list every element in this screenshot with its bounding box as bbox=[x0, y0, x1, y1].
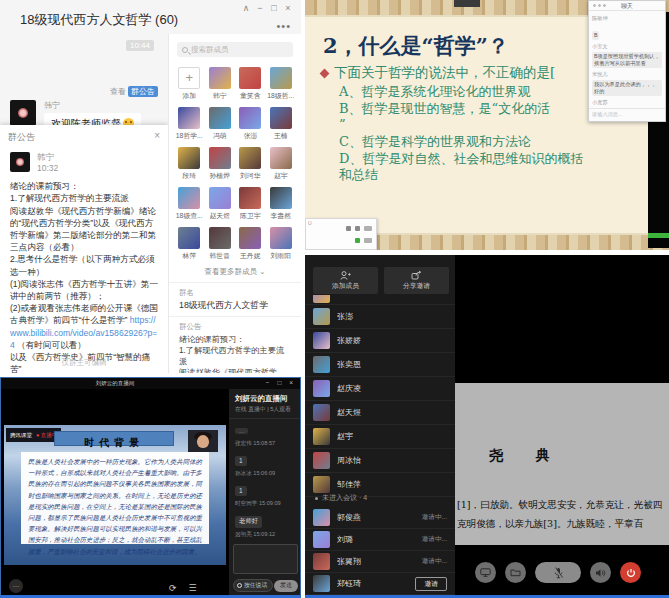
pending-participant-row[interactable]: 郑钰琦邀请 bbox=[305, 573, 455, 595]
more-icon[interactable] bbox=[364, 226, 372, 231]
member-cell[interactable]: 王丹妮 bbox=[236, 227, 265, 261]
end-call-button[interactable] bbox=[620, 562, 641, 583]
member-avatar bbox=[270, 147, 292, 169]
close-icon[interactable]: × bbox=[281, 3, 295, 13]
live-chat-messages: 张宏伟 15:08:571孙冰冰 15:06:091时空同学 15:09:09老… bbox=[229, 437, 301, 545]
chat-messages: 陈敬坤B小宝文B项是按照现世哲学机制认，接着片写从以前书里看米悦儿我以为界是此会… bbox=[589, 11, 665, 107]
avatar[interactable] bbox=[10, 100, 36, 126]
member-avatar bbox=[239, 67, 261, 89]
live-chat-meta: 迟明亮 15:09:12 bbox=[235, 531, 296, 539]
member-cell[interactable]: 18级哲... bbox=[267, 67, 296, 101]
participant-row[interactable]: 赵庆凌 bbox=[305, 377, 455, 401]
livestream-window: 刘妍云的直播间 − □ × 腾讯课堂 ● 直播中 时代背景 民族是人类社会发展中… bbox=[0, 377, 301, 598]
chevron-down-icon: ⌄ bbox=[259, 267, 265, 276]
member-search-input[interactable]: 搜索群成员 bbox=[177, 42, 293, 57]
member-cell[interactable]: 童笑含 bbox=[236, 67, 265, 101]
member-cell[interactable]: +添加 bbox=[175, 67, 204, 101]
member-cell[interactable]: 刘珂华 bbox=[236, 147, 265, 181]
settings-icon[interactable] bbox=[355, 226, 360, 231]
more-members-link[interactable]: 查看更多群成员 ⌄ bbox=[169, 263, 301, 283]
member-cell[interactable]: 张澎 bbox=[236, 107, 265, 141]
invite-button[interactable]: 邀请 bbox=[415, 577, 447, 591]
share-screen-button[interactable] bbox=[475, 562, 496, 583]
add-member-button[interactable]: 添加成员 bbox=[313, 267, 378, 294]
participant-row[interactable]: 张娇娇 bbox=[305, 329, 455, 353]
member-avatar bbox=[239, 187, 261, 209]
member-cell[interactable]: 18级查... bbox=[175, 187, 204, 221]
participant-name: 张娇娇 bbox=[337, 335, 447, 346]
mic-on-icon[interactable] bbox=[355, 238, 360, 243]
add-member-tile[interactable]: + bbox=[178, 67, 200, 89]
earlier-messages-pill[interactable]: ... bbox=[235, 428, 248, 434]
close-icon[interactable]: × bbox=[154, 130, 160, 141]
member-cell[interactable]: 刘雨阳 bbox=[267, 227, 296, 261]
pending-participant-row[interactable]: 郭俊燕邀请中... bbox=[305, 507, 455, 529]
slide-option: D、哲学是对自然、社会和思维知识的概括 bbox=[339, 151, 639, 168]
chat-input[interactable]: 请输入消息... bbox=[589, 108, 665, 121]
member-cell[interactable]: 赵天煜 bbox=[206, 187, 235, 221]
participants-panel: 添加成员 分享邀请 张澎张娇娇张奕恩赵庆凌赵天煜赵宇周冰怡邹佳萍 未进入会议 ·… bbox=[305, 255, 455, 598]
participant-row[interactable]: 张澎 bbox=[305, 305, 455, 329]
participant-name: 赵庆凌 bbox=[337, 383, 447, 394]
member-avatar bbox=[209, 67, 231, 89]
member-cell[interactable]: 冯萌 bbox=[206, 107, 235, 141]
search-placeholder: 搜索群成员 bbox=[191, 45, 229, 55]
live-chat-bubble: 1 bbox=[235, 456, 247, 466]
maximize-icon[interactable]: □ bbox=[267, 3, 281, 13]
pending-participant-row[interactable]: 刘璐邀请中... bbox=[305, 529, 455, 551]
speaker-icon bbox=[595, 568, 606, 578]
playlist-icon[interactable]: ☰ bbox=[189, 583, 197, 593]
chat-message-bubble: B bbox=[592, 31, 599, 40]
more-menu-icon[interactable]: ••• bbox=[276, 20, 291, 32]
folder-icon bbox=[510, 568, 521, 577]
share-invite-button[interactable]: 分享邀请 bbox=[384, 267, 449, 294]
more-icon[interactable] bbox=[364, 238, 372, 243]
announcement-preview[interactable]: 绪论的课前预习：1.了解现代西方哲学的主要流派阅读赵敦华《现代西方哲学新... bbox=[179, 334, 291, 373]
chat-sender-name: 陈敬坤 bbox=[592, 15, 662, 22]
member-cell[interactable]: 韩世晋 bbox=[206, 227, 235, 261]
announcement-highlight[interactable]: 群公告 bbox=[128, 86, 158, 97]
member-cell[interactable]: 陈卫宇 bbox=[236, 187, 265, 221]
camera-icon[interactable] bbox=[346, 226, 351, 231]
live-chat-meta: 张宏伟 15:08:57 bbox=[235, 440, 296, 448]
participant-row[interactable]: 赵宇 bbox=[305, 425, 455, 449]
pending-participant-row[interactable]: 张翼翔邀请中... bbox=[305, 551, 455, 573]
pin-icon[interactable]: ∧ bbox=[239, 3, 253, 13]
member-cell[interactable]: 18哲学... bbox=[175, 107, 204, 141]
participant-row-partial bbox=[305, 295, 455, 305]
send-button[interactable]: 发送 bbox=[274, 580, 298, 592]
invite-status: 邀请中... bbox=[422, 513, 447, 522]
member-name: 刘雨阳 bbox=[267, 251, 296, 261]
member-cell[interactable]: 韩宁 bbox=[206, 67, 235, 101]
participant-row[interactable]: 张奕恩 bbox=[305, 353, 455, 377]
video-area[interactable]: 腾讯课堂 ● 直播中 时代背景 民族是人类社会发展中的一种历史现象。它作为人类共… bbox=[1, 389, 229, 598]
member-cell[interactable]: 段琦 bbox=[175, 147, 204, 181]
minimize-icon[interactable]: − bbox=[253, 3, 267, 13]
shared-document: 尧 典 [1]，曰放勋。钦明文思安安，允恭克让，光被四克明俊德，以亲九族[3]。… bbox=[455, 383, 669, 545]
files-button[interactable] bbox=[505, 562, 526, 583]
member-name: 孙楠烨 bbox=[206, 171, 235, 181]
rotate-icon[interactable]: ⟳ bbox=[169, 583, 177, 593]
speaker-button[interactable] bbox=[590, 562, 611, 583]
person-add-icon bbox=[340, 271, 351, 280]
announcement-line: 2.思考什么是哲学（以下两种方式必须选一种） bbox=[10, 253, 158, 277]
member-avatar bbox=[209, 227, 231, 249]
green-strip bbox=[648, 233, 669, 238]
mic-muted-button[interactable] bbox=[535, 562, 581, 583]
participant-row[interactable]: 赵天煜 bbox=[305, 401, 455, 425]
window-controls[interactable]: − □ × bbox=[266, 379, 296, 386]
slide-option: C、哲学是科学的世界观和方法论 bbox=[339, 134, 639, 151]
live-chat-message: 1 bbox=[235, 479, 296, 497]
member-cell[interactable]: 李盎然 bbox=[267, 187, 296, 221]
participant-row[interactable]: 周冰怡 bbox=[305, 449, 455, 473]
live-chat-input[interactable] bbox=[233, 544, 298, 574]
group-name-value[interactable]: 18级现代西方人文哲学 bbox=[179, 300, 291, 312]
member-cell[interactable]: 赵宇 bbox=[267, 147, 296, 181]
push-to-talk-button[interactable]: 按住说话 bbox=[233, 579, 273, 592]
member-cell[interactable]: 王楠 bbox=[267, 107, 296, 141]
member-cell[interactable]: 林萍 bbox=[175, 227, 204, 261]
member-name: 韩世晋 bbox=[206, 251, 235, 261]
player-more-icon[interactable]: … bbox=[9, 579, 23, 593]
member-cell[interactable]: 孙楠烨 bbox=[206, 147, 235, 181]
member-avatar bbox=[239, 107, 261, 129]
